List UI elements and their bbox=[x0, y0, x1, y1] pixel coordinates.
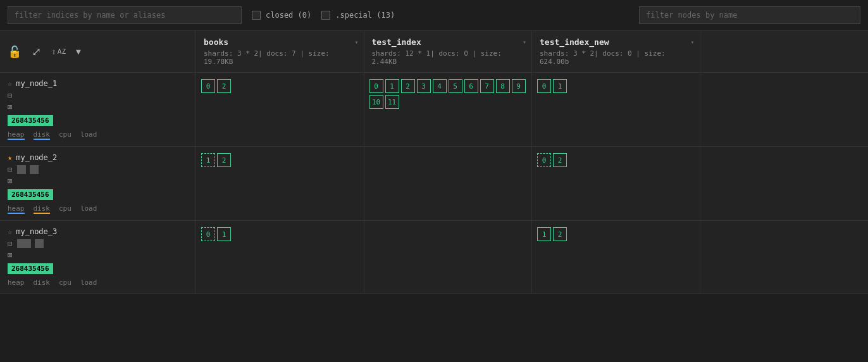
node-2-disk-icon: ⊟ bbox=[8, 165, 12, 174]
node-3-books-shards: 0 1 bbox=[196, 221, 364, 294]
shard-badge[interactable]: 3 bbox=[417, 79, 431, 93]
node-3-name: my_node_3 bbox=[16, 227, 57, 236]
shard-badge[interactable]: 4 bbox=[433, 79, 447, 93]
node-1-transform-icon-row: ⊠ bbox=[8, 103, 188, 111]
node-controls-header: 🔓 ⤢ ⇧AZ ▼ bbox=[0, 31, 196, 73]
test-index-new-dropdown-arrow[interactable]: ▾ bbox=[690, 39, 694, 46]
shard-badge[interactable]: 6 bbox=[464, 79, 478, 93]
node-1-disk-icon-row: ⊟ bbox=[8, 91, 188, 100]
index-name-books: books bbox=[204, 37, 356, 47]
index-stats-test-index-new: shards: 3 * 2| docs: 0 | size: 624.00b bbox=[540, 49, 692, 66]
node-2-disk-bar-2 bbox=[30, 165, 39, 174]
node-3-disk-bar-2 bbox=[35, 239, 44, 248]
node-2-test-index-shards bbox=[364, 147, 533, 221]
shard-badge[interactable]: 1 bbox=[385, 79, 399, 93]
shard-badge[interactable]: 5 bbox=[449, 79, 462, 93]
index-name-test-index: test_index bbox=[372, 37, 524, 47]
shard-badge[interactable]: 9 bbox=[512, 79, 526, 93]
special-checkbox-group: .special (13) bbox=[321, 11, 395, 20]
node-3-star-icon[interactable]: ☆ bbox=[8, 227, 12, 236]
shard-badge[interactable]: 2 bbox=[553, 153, 567, 167]
index-header-test-index: test_index shards: 12 * 1| docs: 0 | siz… bbox=[364, 31, 533, 73]
main-grid: 🔓 ⤢ ⇧AZ ▼ books shards: 3 * 2| docs: 7 |… bbox=[0, 30, 868, 294]
index-stats-test-index: shards: 12 * 1| docs: 0 | size: 2.44KB bbox=[372, 49, 524, 66]
node-1-books-shards: 0 2 bbox=[196, 73, 364, 147]
toolbar: closed (0) .special (13) bbox=[0, 0, 868, 30]
node-3-disk-label: disk bbox=[34, 278, 51, 287]
node-1-cpu-label: cpu bbox=[59, 130, 71, 140]
node-1-heap-badge: 268435456 bbox=[8, 115, 53, 126]
node-2-transform-icon: ⊠ bbox=[8, 177, 12, 185]
node-1-heap-label: heap bbox=[8, 130, 25, 140]
node-2-cpu-label: cpu bbox=[59, 204, 71, 214]
shard-badge[interactable]: 2 bbox=[401, 79, 415, 93]
shard-badge[interactable]: 1 bbox=[537, 227, 551, 241]
node-1-name: my_node_1 bbox=[16, 79, 57, 88]
node-2-disk-label: disk bbox=[34, 204, 51, 214]
node-2-name: my_node_2 bbox=[16, 153, 57, 162]
node-2-star-icon[interactable]: ★ bbox=[8, 153, 12, 162]
filter-down-icon[interactable]: ▼ bbox=[76, 47, 81, 56]
shard-badge-dashed[interactable]: 0 bbox=[537, 153, 551, 167]
shard-badge[interactable]: 2 bbox=[217, 79, 231, 93]
shard-badge[interactable]: 2 bbox=[553, 227, 567, 241]
filter-indices-input[interactable] bbox=[8, 6, 242, 24]
node-2-test-index-new-shards: 0 2 bbox=[532, 147, 700, 221]
index-header-test-index-new: test_index_new shards: 3 * 2| docs: 0 | … bbox=[532, 31, 700, 73]
node-3-heap-label: heap bbox=[8, 278, 25, 287]
node-1-metrics: heap disk cpu load bbox=[8, 130, 188, 140]
shard-badge[interactable]: 11 bbox=[385, 95, 399, 109]
index-stats-books: shards: 3 * 2| docs: 7 | size: 19.78KB bbox=[204, 49, 356, 66]
closed-checkbox-group: closed (0) bbox=[252, 11, 311, 20]
node-1-test-index-shards: 0 1 2 3 4 5 6 7 8 9 10 11 bbox=[364, 73, 533, 147]
node-3-test-index-new-shards: 1 2 bbox=[532, 221, 700, 294]
node-1-test-index-new-shards: 0 1 bbox=[532, 73, 700, 147]
node-3-load-label: load bbox=[80, 278, 97, 287]
node-3-disk-bar-1 bbox=[17, 239, 31, 248]
shard-badge-dashed[interactable]: 1 bbox=[201, 153, 215, 167]
node-1-star-icon[interactable]: ☆ bbox=[8, 79, 12, 88]
sort-az-icon[interactable]: ⇧AZ bbox=[51, 47, 66, 56]
node-1-disk-label: disk bbox=[34, 130, 51, 140]
node-2-metrics: heap disk cpu load bbox=[8, 204, 188, 214]
node-1-name-row: ☆ my_node_1 bbox=[8, 79, 188, 88]
shard-badge[interactable]: 2 bbox=[217, 153, 231, 167]
shard-badge[interactable]: 0 bbox=[537, 79, 551, 93]
special-checkbox[interactable] bbox=[321, 11, 330, 20]
shard-badge[interactable]: 7 bbox=[480, 79, 494, 93]
shard-badge[interactable]: 0 bbox=[369, 79, 383, 93]
test-index-dropdown-arrow[interactable]: ▾ bbox=[523, 39, 526, 46]
node-3-heap-badge: 268435456 bbox=[8, 263, 53, 274]
shard-badge[interactable]: 10 bbox=[369, 95, 383, 109]
node-3-cpu-label: cpu bbox=[59, 278, 71, 287]
shard-badge[interactable]: 1 bbox=[553, 79, 567, 93]
node-2-heap-label: heap bbox=[8, 204, 25, 214]
node-3-test-index-shards bbox=[364, 221, 533, 294]
index-header-empty bbox=[700, 31, 869, 73]
node-3-disk-icon-row: ⊟ bbox=[8, 239, 188, 248]
node-2-books-shards: 1 2 bbox=[196, 147, 364, 221]
node-1-transform-icon: ⊠ bbox=[8, 103, 12, 111]
books-dropdown-arrow[interactable]: ▾ bbox=[354, 39, 358, 46]
node-2-empty-shards bbox=[700, 147, 869, 221]
node-2-disk-icon-row: ⊟ bbox=[8, 165, 188, 174]
node-1-disk-icon: ⊟ bbox=[8, 91, 12, 100]
node-3-disk-icon: ⊟ bbox=[8, 239, 12, 248]
shard-badge[interactable]: 0 bbox=[201, 79, 215, 93]
closed-label: closed (0) bbox=[266, 11, 311, 20]
node-2-name-row: ★ my_node_2 bbox=[8, 153, 188, 162]
shard-badge-dashed[interactable]: 0 bbox=[201, 227, 215, 241]
shard-badge[interactable]: 8 bbox=[496, 79, 510, 93]
shard-badge[interactable]: 1 bbox=[217, 227, 231, 241]
node-3-name-row: ☆ my_node_3 bbox=[8, 227, 188, 236]
node-3-transform-icon: ⊠ bbox=[8, 251, 12, 259]
filter-nodes-input[interactable] bbox=[639, 6, 860, 24]
expand-icon[interactable]: ⤢ bbox=[32, 45, 41, 58]
lock-icon[interactable]: 🔓 bbox=[8, 45, 22, 58]
index-name-test-index-new: test_index_new bbox=[540, 37, 692, 47]
node-3-transform-icon-row: ⊠ bbox=[8, 251, 188, 259]
closed-checkbox[interactable] bbox=[252, 11, 261, 20]
node-2-disk-bar-1 bbox=[17, 165, 26, 174]
special-label: .special (13) bbox=[335, 11, 395, 20]
node-row-3-info: ☆ my_node_3 ⊟ ⊠ 268435456 heap disk cpu … bbox=[0, 221, 196, 294]
